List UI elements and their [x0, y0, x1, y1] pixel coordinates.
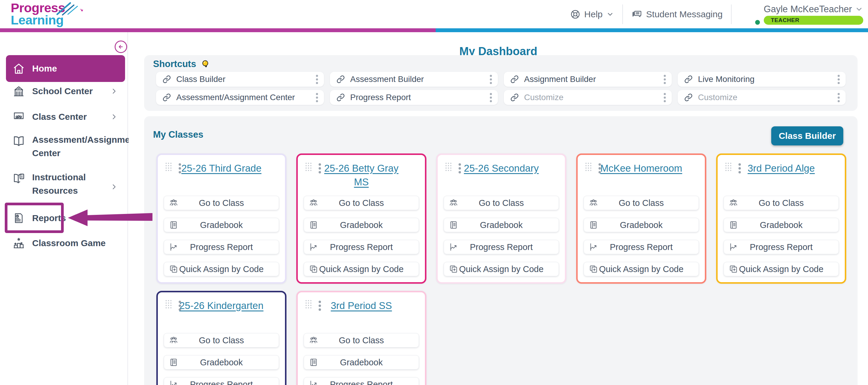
- quick-assign-by-code-button[interactable]: Quick Assign by Code: [444, 262, 559, 276]
- shortcut-kebab-menu-icon[interactable]: [315, 92, 319, 103]
- report-document-icon: [12, 212, 25, 225]
- copy-plus-icon: [169, 264, 178, 274]
- progress-report-button[interactable]: Progress Report: [304, 377, 419, 385]
- shortcut-pill[interactable]: Live Monitoring: [678, 72, 846, 87]
- sidebar-item-label: Class Center: [32, 112, 87, 122]
- quick-assign-by-code-button[interactable]: Quick Assign by Code: [584, 262, 699, 276]
- go-to-class-button[interactable]: Go to Class: [444, 196, 559, 210]
- main-content: My Dashboard Shortcuts Class Builder Ass…: [129, 32, 868, 385]
- progress-report-button[interactable]: Progress Report: [304, 240, 419, 254]
- card-kebab-menu-icon[interactable]: [317, 162, 322, 175]
- shortcut-kebab-menu-icon[interactable]: [662, 92, 667, 103]
- gradebook-button[interactable]: Gradebook: [304, 355, 419, 369]
- progress-report-button[interactable]: Progress Report: [444, 240, 559, 254]
- quick-assign-by-code-button[interactable]: Quick Assign by Code: [723, 262, 839, 276]
- progress-learning-logo[interactable]: Progress Learning: [11, 2, 65, 26]
- sidebar-item-class-center[interactable]: Class Center: [6, 109, 123, 125]
- quick-assign-by-code-button[interactable]: Quick Assign by Code: [304, 262, 419, 276]
- sidebar-item-school-center[interactable]: School Center: [6, 83, 123, 99]
- class-name-link[interactable]: 25-26 Third Grade: [179, 161, 264, 175]
- shortcut-pill[interactable]: Assessment Builder: [330, 72, 498, 87]
- shortcut-pill[interactable]: Class Builder: [156, 72, 324, 87]
- gradebook-button[interactable]: Gradebook: [164, 218, 279, 232]
- chevron-right-icon: [110, 113, 118, 121]
- class-builder-button[interactable]: Class Builder: [771, 126, 843, 145]
- trend-chart-icon: [169, 380, 178, 385]
- drag-handle-icon[interactable]: [165, 162, 172, 172]
- shortcut-kebab-menu-icon[interactable]: [489, 92, 493, 103]
- class-name-link[interactable]: 25-26 Betty Gray MS: [319, 161, 403, 189]
- action-label: Quick Assign by Code: [304, 264, 418, 274]
- class-name-link[interactable]: McKee Homeroom: [599, 161, 683, 175]
- shortcut-kebab-menu-icon[interactable]: [836, 73, 841, 85]
- class-card: 25-26 Betty Gray MS Go to Class Gradeboo…: [296, 153, 426, 284]
- quick-assign-by-code-button[interactable]: Quick Assign by Code: [164, 262, 279, 276]
- go-to-class-button[interactable]: Go to Class: [584, 196, 699, 210]
- drag-handle-icon[interactable]: [585, 162, 592, 172]
- go-to-class-button[interactable]: Go to Class: [723, 196, 839, 210]
- sidebar-item-assessment-assignment-center[interactable]: Assessment/Assignment Center: [6, 133, 123, 164]
- action-label: Go to Class: [304, 198, 418, 208]
- action-label: Go to Class: [584, 198, 699, 208]
- card-kebab-menu-icon[interactable]: [317, 299, 322, 312]
- gradebook-button[interactable]: Gradebook: [304, 218, 419, 232]
- shortcut-kebab-menu-icon[interactable]: [489, 73, 493, 85]
- link-icon: [163, 75, 171, 83]
- progress-report-button[interactable]: Progress Report: [164, 240, 279, 254]
- shortcut-pill[interactable]: Customize: [678, 90, 846, 105]
- card-kebab-menu-icon[interactable]: [457, 162, 462, 175]
- gradebook-button[interactable]: Gradebook: [723, 218, 839, 232]
- shortcut-pill[interactable]: Customize: [504, 90, 672, 105]
- sidebar-item-classroom-game[interactable]: Classroom Game: [6, 235, 123, 251]
- class-name-link[interactable]: 3rd Period Alge: [739, 161, 823, 175]
- teacher-role-badge: TEACHER: [764, 16, 863, 25]
- go-to-class-button[interactable]: Go to Class: [304, 333, 419, 348]
- action-label: Gradebook: [164, 220, 279, 230]
- help-lifebuoy-icon: [570, 9, 581, 20]
- school-building-icon: [12, 85, 25, 97]
- shortcut-kebab-menu-icon[interactable]: [315, 73, 319, 85]
- header-divider: [731, 4, 732, 24]
- copy-plus-icon: [728, 264, 738, 274]
- class-name-link[interactable]: 25-26 Kindergarten: [179, 299, 264, 313]
- avatar[interactable]: [740, 5, 759, 24]
- gradebook-button[interactable]: Gradebook: [584, 218, 699, 232]
- shortcut-kebab-menu-icon[interactable]: [662, 73, 667, 85]
- sidebar-item-instructional-resources[interactable]: Instructional Resources: [6, 171, 123, 202]
- go-to-class-button[interactable]: Go to Class: [164, 333, 279, 348]
- go-to-class-button[interactable]: Go to Class: [304, 196, 419, 210]
- drag-handle-icon[interactable]: [165, 299, 172, 309]
- shortcut-kebab-menu-icon[interactable]: [836, 92, 841, 103]
- go-to-class-button[interactable]: Go to Class: [164, 196, 279, 210]
- card-kebab-menu-icon[interactable]: [178, 162, 182, 175]
- gradebook-button[interactable]: Gradebook: [444, 218, 559, 232]
- gradebook-button[interactable]: Gradebook: [164, 355, 279, 369]
- progress-report-button[interactable]: Progress Report: [164, 377, 279, 385]
- drag-handle-icon[interactable]: [305, 299, 312, 309]
- shortcut-pill[interactable]: Assessment/Assignment Center: [156, 90, 324, 105]
- sidebar-item-home[interactable]: Home: [6, 55, 125, 82]
- help-menu[interactable]: Help: [570, 9, 614, 20]
- student-messaging-button[interactable]: Student Messaging: [631, 9, 723, 20]
- shortcut-label: Class Builder: [176, 75, 315, 84]
- card-kebab-menu-icon[interactable]: [178, 299, 182, 312]
- sidebar-collapse-button[interactable]: [115, 40, 127, 53]
- action-label: Gradebook: [304, 358, 418, 367]
- progress-report-button[interactable]: Progress Report: [584, 240, 699, 254]
- drag-handle-icon[interactable]: [305, 162, 312, 172]
- shortcut-pill[interactable]: Progress Report: [330, 90, 498, 105]
- drag-handle-icon[interactable]: [445, 162, 452, 172]
- trend-chart-icon: [589, 242, 598, 252]
- action-label: Gradebook: [304, 220, 418, 230]
- drag-handle-icon[interactable]: [725, 162, 732, 172]
- sidebar-item-reports[interactable]: Reports: [6, 207, 123, 230]
- class-name-link[interactable]: 3rd Period SS: [319, 299, 403, 313]
- header-accent-bar: [0, 28, 868, 32]
- podium-stars-icon: [12, 237, 25, 249]
- progress-report-button[interactable]: Progress Report: [723, 240, 839, 254]
- user-menu[interactable]: Gayle McKeeTeacher TEACHER: [740, 4, 863, 25]
- shortcut-pill[interactable]: Assignment Builder: [504, 72, 672, 87]
- card-kebab-menu-icon[interactable]: [737, 162, 742, 175]
- card-kebab-menu-icon[interactable]: [597, 162, 602, 175]
- class-name-link[interactable]: 25-26 Secondary: [459, 161, 544, 175]
